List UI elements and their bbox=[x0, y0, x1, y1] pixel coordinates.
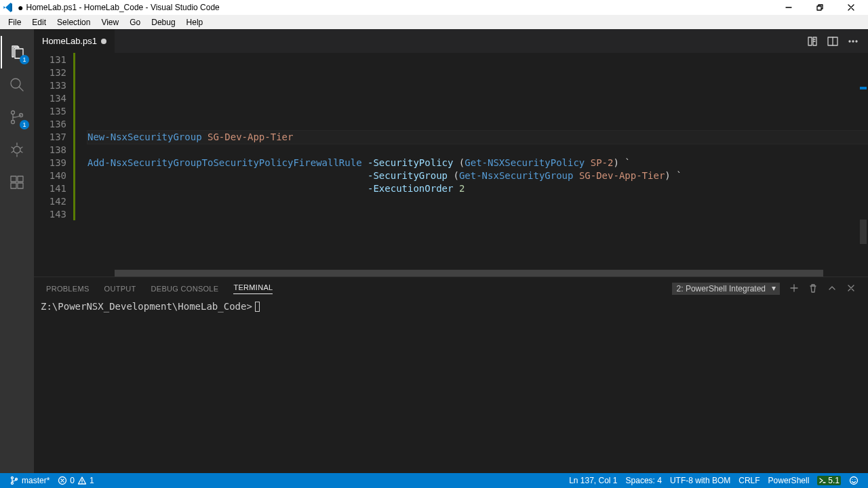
activity-extensions[interactable] bbox=[1, 166, 33, 199]
code-area[interactable]: New-NsxSecurityGroup SG-Dev-App-Tier Add… bbox=[75, 53, 868, 277]
menu-edit[interactable]: Edit bbox=[26, 16, 52, 28]
svg-rect-6 bbox=[18, 176, 23, 182]
tabbar: HomeLab.ps1 bbox=[34, 29, 868, 53]
statusbar: master* 0 1 Ln 137, Col 1 Spaces: 4 UTF-… bbox=[0, 473, 868, 488]
line-gutter: 131132133134135136137138139140141142143 bbox=[34, 53, 73, 277]
menu-view[interactable]: View bbox=[96, 16, 124, 28]
svg-point-4 bbox=[14, 146, 20, 153]
status-lang[interactable]: PowerShell bbox=[764, 473, 814, 488]
svg-rect-8 bbox=[18, 183, 23, 188]
svg-point-18 bbox=[852, 479, 852, 480]
titlebar: ● HomeLab.ps1 - HomeLab_Code - Visual St… bbox=[0, 0, 868, 15]
maximize-panel-icon[interactable] bbox=[827, 283, 837, 294]
svg-point-11 bbox=[852, 41, 854, 42]
close-button[interactable] bbox=[835, 0, 867, 15]
window-controls bbox=[773, 0, 867, 15]
kill-terminal-icon[interactable] bbox=[808, 283, 818, 294]
terminal-body[interactable]: Z:\PowerNSX_Development\HomeLab_Code> bbox=[34, 300, 868, 473]
status-feedback-icon[interactable] bbox=[845, 473, 863, 488]
maximize-button[interactable] bbox=[804, 0, 835, 15]
svg-point-12 bbox=[856, 41, 857, 42]
svg-point-2 bbox=[12, 121, 15, 124]
menu-file[interactable]: File bbox=[3, 16, 26, 28]
activitybar: 1 1 bbox=[0, 29, 34, 473]
status-powershell-version[interactable]: 5.1 bbox=[813, 473, 845, 488]
new-terminal-icon[interactable] bbox=[789, 283, 799, 294]
status-right: Ln 137, Col 1 Spaces: 4 UTF-8 with BOM C… bbox=[565, 473, 863, 488]
menu-go[interactable]: Go bbox=[124, 16, 146, 28]
panel-tab-terminal[interactable]: TERMINAL bbox=[233, 283, 273, 294]
tab-actions bbox=[807, 36, 868, 47]
svg-point-1 bbox=[12, 111, 15, 115]
panel-tab-problems[interactable]: PROBLEMS bbox=[46, 285, 90, 293]
svg-rect-7 bbox=[11, 183, 16, 188]
svg-point-19 bbox=[854, 479, 855, 480]
horizontal-scrollbar[interactable] bbox=[75, 270, 868, 277]
menu-debug[interactable]: Debug bbox=[146, 16, 180, 28]
window-title: HomeLab.ps1 - HomeLab_Code - Visual Stud… bbox=[26, 3, 773, 12]
svg-point-10 bbox=[849, 41, 850, 42]
more-actions-icon[interactable] bbox=[848, 36, 859, 47]
panel-tabs: PROBLEMS OUTPUT DEBUG CONSOLE TERMINAL 2… bbox=[34, 277, 868, 300]
tab-label: HomeLab.ps1 bbox=[42, 36, 97, 46]
svg-rect-5 bbox=[11, 176, 16, 182]
status-indent[interactable]: Spaces: 4 bbox=[622, 473, 666, 488]
svg-point-17 bbox=[850, 477, 858, 485]
panel-tab-output[interactable]: OUTPUT bbox=[104, 285, 136, 293]
panel: PROBLEMS OUTPUT DEBUG CONSOLE TERMINAL 2… bbox=[34, 277, 868, 473]
modified-dot: ● bbox=[18, 2, 23, 13]
status-cursor[interactable]: Ln 137, Col 1 bbox=[565, 473, 621, 488]
main-area: 1 1 HomeLab.ps1 bbox=[0, 29, 868, 473]
close-panel-icon[interactable] bbox=[846, 283, 856, 294]
editor[interactable]: 131132133134135136137138139140141142143 … bbox=[34, 53, 868, 277]
activity-scm[interactable]: 1 bbox=[1, 101, 33, 134]
terminal-selector[interactable]: 2: PowerShell Integrated bbox=[672, 283, 780, 295]
overview-ruler[interactable] bbox=[859, 53, 868, 277]
menu-selection[interactable]: Selection bbox=[52, 16, 96, 28]
tab-homelab[interactable]: HomeLab.ps1 bbox=[34, 29, 115, 53]
split-editor-icon[interactable] bbox=[827, 36, 838, 47]
status-eol[interactable]: CRLF bbox=[734, 473, 764, 488]
editor-content: HomeLab.ps1 1311321331341351361371381391… bbox=[34, 29, 868, 473]
panel-actions: 2: PowerShell Integrated bbox=[672, 283, 856, 295]
compare-changes-icon[interactable] bbox=[807, 36, 818, 47]
tab-modified-icon bbox=[101, 39, 106, 44]
scm-badge: 1 bbox=[20, 120, 29, 129]
status-branch[interactable]: master* bbox=[5, 473, 54, 488]
terminal-cursor bbox=[255, 302, 260, 312]
activity-search[interactable] bbox=[1, 68, 33, 101]
menubar: File Edit Selection View Go Debug Help bbox=[0, 15, 868, 29]
activity-explorer[interactable]: 1 bbox=[1, 36, 33, 68]
vscode-logo-icon bbox=[3, 2, 14, 13]
terminal-prompt: Z:\PowerNSX_Development\HomeLab_Code> bbox=[41, 301, 252, 312]
status-problems[interactable]: 0 1 bbox=[54, 473, 98, 488]
menu-help[interactable]: Help bbox=[181, 16, 209, 28]
minimize-button[interactable] bbox=[773, 0, 804, 15]
explorer-badge: 1 bbox=[20, 55, 29, 64]
panel-tab-debugconsole[interactable]: DEBUG CONSOLE bbox=[151, 285, 219, 293]
activity-debug[interactable] bbox=[1, 134, 33, 166]
status-encoding[interactable]: UTF-8 with BOM bbox=[666, 473, 734, 488]
